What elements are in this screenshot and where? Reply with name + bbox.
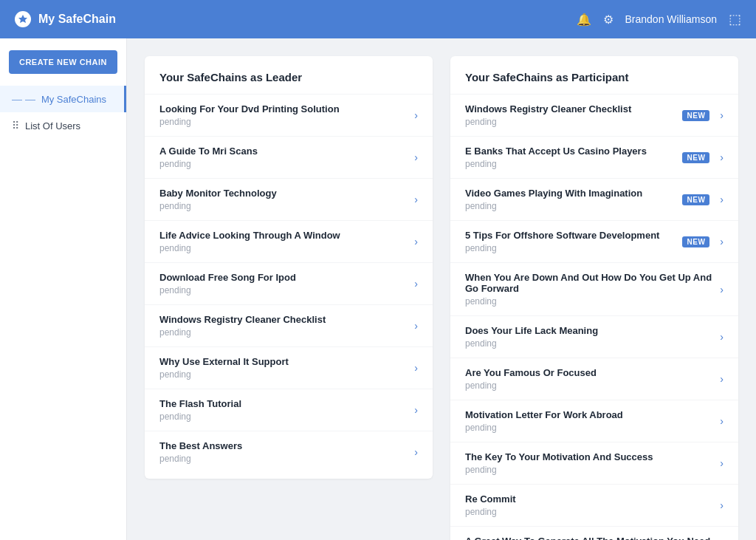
- participant-chain-item[interactable]: The Key To Your Motivation And Success p…: [450, 442, 738, 485]
- user-profile[interactable]: Brandon Williamson: [625, 13, 718, 25]
- chain-arrow-icon: ›: [720, 457, 724, 469]
- chain-arrow-icon: ›: [720, 331, 724, 343]
- chain-right: ›: [408, 446, 418, 458]
- new-badge: NEW: [682, 152, 709, 163]
- chain-right: NEW ›: [682, 194, 724, 205]
- leader-chain-item[interactable]: The Flash Tutorial pending ›: [145, 389, 433, 431]
- chain-right: ›: [714, 284, 724, 295]
- chain-info: Windows Registry Cleaner Checklist pendi…: [159, 314, 408, 338]
- chain-name: A Guide To Mri Scans: [159, 146, 408, 157]
- chain-name: A Great Way To Generate All The Motivati…: [465, 536, 714, 540]
- chain-name: E Banks That Accept Us Casino Players: [465, 146, 682, 157]
- main-content: Your SafeChains as Leader Looking For Yo…: [127, 38, 756, 540]
- chain-info: E Banks That Accept Us Casino Players pe…: [465, 146, 682, 169]
- chain-name: Baby Monitor Technology: [159, 188, 408, 199]
- leader-chain-item[interactable]: Why Use External It Support pending ›: [145, 347, 433, 389]
- leader-chain-item[interactable]: Baby Monitor Technology pending ›: [145, 179, 433, 221]
- chain-arrow-icon: ›: [414, 446, 418, 458]
- participant-chain-item[interactable]: When You Are Down And Out How Do You Get…: [450, 263, 738, 316]
- chain-name: Download Free Song For Ipod: [159, 272, 408, 283]
- leader-chain-item[interactable]: A Guide To Mri Scans pending ›: [145, 137, 433, 179]
- chain-name: 5 Tips For Offshore Software Development: [465, 230, 682, 241]
- new-badge: NEW: [682, 236, 709, 247]
- logo-icon: [15, 11, 31, 27]
- chain-right: NEW ›: [682, 151, 724, 163]
- chain-right: ›: [714, 415, 724, 427]
- chain-status: pending: [159, 327, 408, 338]
- sidebar-label-my-safechains: My SafeChains: [41, 94, 106, 105]
- chain-arrow-icon: ›: [720, 109, 724, 121]
- create-new-chain-button[interactable]: CREATE NEW CHAIN: [9, 50, 117, 74]
- chain-info: A Guide To Mri Scans pending: [159, 146, 408, 169]
- chain-info: A Great Way To Generate All The Motivati…: [465, 536, 714, 540]
- chain-info: Life Advice Looking Through A Window pen…: [159, 230, 408, 253]
- participant-chain-item[interactable]: Does Your Life Lack Meaning pending ›: [450, 316, 738, 358]
- gear-icon[interactable]: ⚙: [603, 13, 614, 27]
- sidebar-item-my-safechains[interactable]: — — My SafeChains: [0, 86, 126, 112]
- chain-name: Windows Registry Cleaner Checklist: [465, 103, 682, 115]
- header-actions: 🔔 ⚙ Brandon Williamson ⬚: [577, 11, 742, 27]
- chain-status: pending: [159, 201, 408, 211]
- chain-name: The Flash Tutorial: [159, 398, 408, 409]
- sidebar: CREATE NEW CHAIN — — My SafeChains ⠿ Lis…: [0, 38, 127, 540]
- participant-chain-list: Windows Registry Cleaner Checklist pendi…: [450, 95, 738, 540]
- chain-right: ›: [408, 320, 418, 332]
- leader-chain-list: Looking For Your Dvd Printing Solution p…: [145, 95, 433, 473]
- participant-chain-item[interactable]: Windows Registry Cleaner Checklist pendi…: [450, 95, 738, 137]
- chain-name: Are You Famous Or Focused: [465, 367, 714, 378]
- chain-name: Video Games Playing With Imagination: [465, 188, 682, 199]
- users-icon: ⠿: [12, 120, 19, 131]
- chain-info: The Key To Your Motivation And Success p…: [465, 451, 714, 475]
- chain-arrow-icon: ›: [720, 373, 724, 385]
- chain-name: Looking For Your Dvd Printing Solution: [159, 103, 408, 115]
- chain-arrow-icon: ›: [414, 320, 418, 332]
- logout-icon[interactable]: ⬚: [729, 11, 741, 27]
- chain-status: pending: [159, 243, 408, 253]
- participant-chain-item[interactable]: Video Games Playing With Imagination pen…: [450, 179, 738, 221]
- chain-name: The Best Answers: [159, 440, 408, 451]
- participant-chain-item[interactable]: Re Commit pending ›: [450, 485, 738, 527]
- chain-name: Why Use External It Support: [159, 356, 408, 367]
- leader-chain-item[interactable]: Looking For Your Dvd Printing Solution p…: [145, 95, 433, 137]
- participant-chain-item[interactable]: A Great Way To Generate All The Motivati…: [450, 527, 738, 540]
- leader-chain-item[interactable]: Download Free Song For Ipod pending ›: [145, 263, 433, 305]
- chain-arrow-icon: ›: [414, 109, 418, 121]
- chain-status: pending: [159, 117, 408, 127]
- chain-name: The Key To Your Motivation And Success: [465, 451, 714, 462]
- chain-right: ›: [714, 373, 724, 385]
- chain-status: pending: [159, 411, 408, 422]
- leader-chain-item[interactable]: Life Advice Looking Through A Window pen…: [145, 221, 433, 263]
- chain-status: pending: [159, 159, 408, 169]
- chain-info: Video Games Playing With Imagination pen…: [465, 188, 682, 211]
- chain-info: 5 Tips For Offshore Software Development…: [465, 230, 682, 253]
- participant-chain-item[interactable]: 5 Tips For Offshore Software Development…: [450, 221, 738, 263]
- chain-info: Download Free Song For Ipod pending: [159, 272, 408, 295]
- sidebar-item-list-of-users[interactable]: ⠿ List Of Users: [0, 112, 126, 139]
- participant-chain-item[interactable]: E Banks That Accept Us Casino Players pe…: [450, 137, 738, 179]
- chain-info: Are You Famous Or Focused pending: [465, 367, 714, 391]
- chain-status: pending: [465, 423, 714, 433]
- chain-info: Does Your Life Lack Meaning pending: [465, 325, 714, 349]
- my-safechains-icon: — —: [12, 93, 35, 105]
- chain-arrow-icon: ›: [720, 415, 724, 427]
- chain-status: pending: [465, 243, 682, 253]
- chain-info: The Best Answers pending: [159, 440, 408, 464]
- chain-arrow-icon: ›: [414, 278, 418, 290]
- chain-status: pending: [465, 117, 682, 127]
- chain-right: ›: [408, 236, 418, 247]
- participant-chain-item[interactable]: Motivation Letter For Work Abroad pendin…: [450, 400, 738, 442]
- leader-chain-item[interactable]: Windows Registry Cleaner Checklist pendi…: [145, 305, 433, 347]
- new-badge: NEW: [682, 110, 709, 121]
- chain-arrow-icon: ›: [414, 194, 418, 205]
- chain-info: The Flash Tutorial pending: [159, 398, 408, 422]
- participant-chain-item[interactable]: Are You Famous Or Focused pending ›: [450, 358, 738, 400]
- chain-arrow-icon: ›: [720, 499, 724, 511]
- bell-icon[interactable]: 🔔: [577, 13, 591, 27]
- chain-name: Life Advice Looking Through A Window: [159, 230, 408, 241]
- chain-right: ›: [714, 331, 724, 343]
- sidebar-label-list-of-users: List Of Users: [25, 120, 80, 131]
- chain-status: pending: [465, 296, 714, 307]
- participant-panel-title: Your SafeChains as Participant: [450, 71, 738, 95]
- chain-right: ›: [714, 499, 724, 511]
- leader-chain-item[interactable]: The Best Answers pending ›: [145, 431, 433, 473]
